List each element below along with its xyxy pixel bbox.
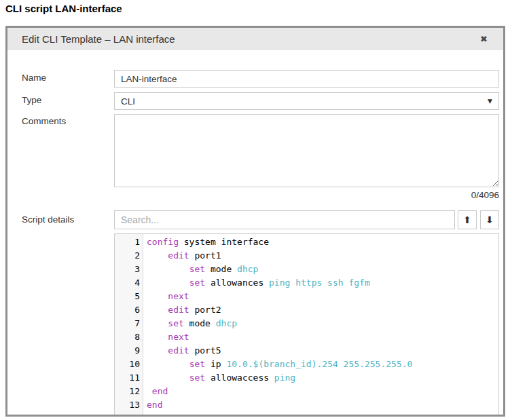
code-line: 12 end [115,385,498,398]
chevron-down-icon: ▼ [488,98,492,104]
line-number: 3 [115,263,144,276]
line-number: 7 [115,317,144,330]
type-label: Type [22,95,41,105]
line-number: 6 [115,303,144,317]
dialog-title: Edit CLI Template – LAN interface [22,33,480,45]
search-input[interactable] [114,210,455,229]
code-line: 6 edit port2 [115,303,498,317]
type-select[interactable]: CLI ▼ [114,92,499,110]
name-input[interactable] [114,70,499,88]
code-text: edit port1 [144,249,221,263]
dialog-body: Name Type CLI ▼ Comments 0/4096 Script d… [7,50,503,415]
name-label: Name [22,73,46,83]
search-previous-button[interactable]: ⬆ [458,210,477,229]
code-text: next [144,330,189,344]
code-text: set mode dhcp [144,263,258,276]
code-text: edit port2 [144,303,221,317]
code-line: 8 next [115,330,498,344]
comments-label: Comments [22,116,66,126]
code-text: end [144,385,168,398]
line-number: 12 [115,385,144,398]
line-number: 10 [115,358,144,371]
close-icon[interactable]: ✖ [480,35,488,43]
edit-cli-template-dialog: Edit CLI Template – LAN interface ✖ Name… [5,26,505,417]
code-line: 4 set allowances ping https ssh fgfm [115,276,498,290]
line-number: 9 [115,344,144,358]
code-text: edit port5 [144,344,221,358]
code-line: 3 set mode dhcp [115,263,498,276]
code-line: 7 set mode dhcp [115,317,498,330]
code-line: 9 edit port5 [115,344,498,358]
code-line: 10 set ip 10.0.$(branch_id).254 255.255.… [115,358,498,371]
arrow-up-icon: ⬆ [463,215,471,225]
code-text: end [144,398,162,412]
page-title: CLI script LAN-interface [5,3,122,14]
script-code-editor[interactable]: 1config system interface2 edit port13 se… [114,233,499,415]
code-text: set ip 10.0.$(branch_id).254 255.255.255… [144,358,412,371]
code-text: next [144,290,189,303]
code-lines: 1config system interface2 edit port13 se… [115,235,498,412]
code-text: set allowaccess ping [144,371,295,385]
dialog-header: Edit CLI Template – LAN interface ✖ [7,28,503,50]
code-line: 1config system interface [115,235,498,249]
line-number: 1 [115,235,144,249]
code-text: set allowances ping https ssh fgfm [144,276,370,290]
comments-char-counter: 0/4096 [114,190,499,200]
comments-textarea[interactable] [114,114,499,187]
line-number: 5 [115,290,144,303]
code-line: 2 edit port1 [115,249,498,263]
code-line: 11 set allowaccess ping [115,371,498,385]
line-number: 13 [115,398,144,412]
code-text: config system interface [144,235,269,249]
line-number: 11 [115,371,144,385]
script-details-label: Script details [22,214,74,225]
line-number: 8 [115,330,144,344]
line-number: 4 [115,276,144,290]
code-line: 13end [115,398,498,412]
type-select-value: CLI [121,96,488,107]
code-line: 5 next [115,290,498,303]
search-next-button[interactable]: ⬇ [480,210,499,229]
arrow-down-icon: ⬇ [486,215,494,225]
line-number: 2 [115,249,144,263]
code-text: set mode dhcp [144,317,237,330]
